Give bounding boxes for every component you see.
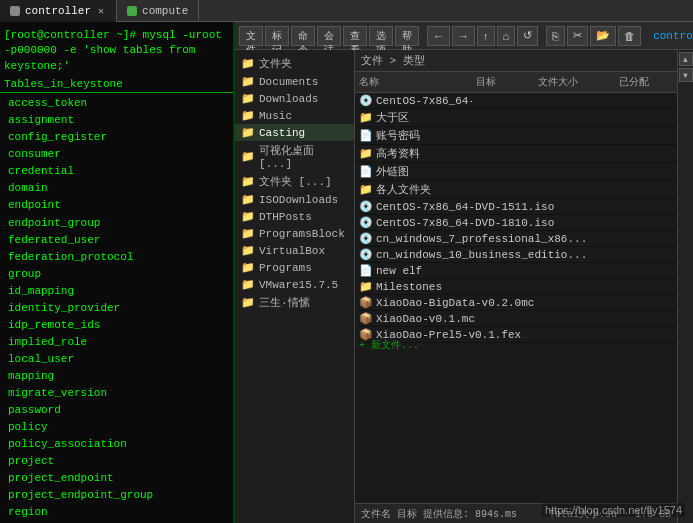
sidebar-item-4[interactable]: 📁 Casting (235, 124, 354, 141)
folder-icon-5: 📁 (241, 150, 255, 163)
tab-compute[interactable]: compute (117, 0, 199, 22)
fm-btn-session[interactable]: 会话 (317, 26, 341, 46)
fm-btn-back[interactable]: ← (427, 26, 450, 46)
table-item-3: consumer (4, 146, 229, 163)
file-icon-8: 💿 (359, 232, 373, 245)
sidebar-label-7: ISODownloads (259, 194, 338, 206)
file-row-5[interactable]: 📁各人文件夹 (355, 181, 677, 199)
tab-controller-close[interactable]: ✕ (96, 5, 106, 17)
file-row-4[interactable]: 📄外链图 (355, 163, 677, 181)
table-item-17: migrate_version (4, 385, 229, 402)
table-item-24: region (4, 504, 229, 521)
table-item-7: endpoint_group (4, 215, 229, 232)
fm-btn-copy[interactable]: ⎘ (546, 26, 565, 46)
file-name-5: 📁各人文件夹 (355, 182, 677, 197)
table-item-4: credential (4, 163, 229, 180)
col-header-size: 目标 (472, 74, 534, 90)
right-panel-label: controller (653, 30, 693, 42)
status-left: 文件名 目标 提供信息: 894s.ms (361, 507, 517, 521)
table-item-13: idp_remote_ids (4, 317, 229, 334)
strip-btn-2[interactable]: ▼ (679, 68, 693, 82)
sidebar-label-0: 文件夹 (259, 56, 292, 71)
fm-btn-forward[interactable]: → (452, 26, 475, 46)
folder-icon-9: 📁 (241, 227, 255, 240)
sidebar-item-11[interactable]: 📁 Programs (235, 259, 354, 276)
file-icon-3: 📁 (359, 147, 373, 160)
path-label: 文件 > 类型 (361, 53, 425, 68)
fm-btn-cut[interactable]: ✂ (567, 26, 588, 46)
file-row-1[interactable]: 📁大于区 (355, 109, 677, 127)
table-list: access_tokenassignmentconfig_registercon… (0, 95, 233, 523)
file-row-11[interactable]: 📁Milestones (355, 279, 677, 295)
file-row-6[interactable]: 💿CentOS-7x86_64-DVD-1511.iso (355, 199, 677, 215)
sidebar-item-6[interactable]: 📁 文件夹 [...] (235, 172, 354, 191)
tab-controller-label: controller (25, 5, 91, 17)
file-icon-13: 📦 (359, 312, 373, 325)
file-icon-6: 💿 (359, 200, 373, 213)
file-name-13: 📦XiaoDao-v0.1.mc (355, 312, 677, 325)
table-item-5: domain (4, 180, 229, 197)
sidebar-item-0[interactable]: 📁 文件夹 (235, 54, 354, 73)
fm-btn-up[interactable]: ↑ (477, 26, 495, 46)
sidebar-item-7[interactable]: 📁 ISODownloads (235, 191, 354, 208)
file-icon-4: 📄 (359, 165, 373, 178)
fm-sidebar: 📁 文件夹 📁 Documents 📁 Downloads 📁 Music 📁 (235, 50, 355, 523)
sidebar-item-1[interactable]: 📁 Documents (235, 73, 354, 90)
file-row-10[interactable]: 📄new elf (355, 263, 677, 279)
fm-toolbar: 文件 标记 命令 会话 查看 选项 帮助 ← → ↑ ⌂ ↺ ⎘ ✂ 📂 🗑 c… (235, 22, 693, 50)
sidebar-item-5[interactable]: 📁 可视化桌面 [...] (235, 141, 354, 172)
main-content: [root@controller ~]# mysql -uroot -p0000… (0, 22, 693, 523)
sidebar-item-2[interactable]: 📁 Downloads (235, 90, 354, 107)
folder-icon-8: 📁 (241, 210, 255, 223)
sidebar-item-9[interactable]: 📁 ProgramsBlock (235, 225, 354, 242)
file-row-13[interactable]: 📦XiaoDao-v0.1.mc (355, 311, 677, 327)
fm-btn-mark[interactable]: 标记 (265, 26, 289, 46)
file-name-10: 📄new elf (355, 264, 677, 277)
sidebar-label-13: 三生·情愫 (259, 295, 310, 310)
file-row-2[interactable]: 📄账号密码 (355, 127, 677, 145)
fm-btn-options[interactable]: 选项 (369, 26, 393, 46)
folder-icon-7: 📁 (241, 193, 255, 206)
table-item-6: endpoint (4, 197, 229, 214)
fm-btn-cmd[interactable]: 命令 (291, 26, 315, 46)
file-name-2: 📄账号密码 (355, 128, 677, 143)
table-item-10: group (4, 266, 229, 283)
sidebar-label-4: Casting (259, 127, 305, 139)
table-item-16: mapping (4, 368, 229, 385)
sidebar-item-13[interactable]: 📁 三生·情愫 (235, 293, 354, 312)
fm-btn-open[interactable]: 📂 (590, 26, 616, 46)
table-item-18: password (4, 402, 229, 419)
file-name-9: 💿cn_windows_10_business_editio... (355, 248, 677, 261)
sidebar-item-10[interactable]: 📁 VirtualBox (235, 242, 354, 259)
fm-file-area: 文件 > 类型 名称 目标 文件大小 已分配 💿CentOS-7x86_64-D… (355, 50, 677, 523)
col-header-date: 文件大小 (534, 74, 615, 90)
fm-btn-home[interactable]: ⌂ (497, 26, 516, 46)
fm-btn-help[interactable]: 帮助 (395, 26, 419, 46)
folder-icon-2: 📁 (241, 92, 255, 105)
strip-btn-1[interactable]: ▲ (679, 52, 693, 66)
sidebar-label-1: Documents (259, 76, 318, 88)
tab-controller[interactable]: controller ✕ (0, 0, 117, 22)
file-row-0[interactable]: 💿CentOS-7x86_64-DVD-1511.iso (355, 93, 677, 109)
table-item-21: project (4, 453, 229, 470)
file-row-9[interactable]: 💿cn_windows_10_business_editio... (355, 247, 677, 263)
sidebar-label-6: 文件夹 [...] (259, 174, 332, 189)
fm-btn-file[interactable]: 文件 (239, 26, 263, 46)
file-row-12[interactable]: 📦XiaoDao-BigData-v0.2.0mc (355, 295, 677, 311)
file-row-7[interactable]: 💿CentOS-7x86_64-DVD-1810.iso (355, 215, 677, 231)
table-item-12: identity_provider (4, 300, 229, 317)
fm-btn-refresh[interactable]: ↺ (517, 26, 538, 46)
file-name-8: 💿cn_windows_7_professional_x86... (355, 232, 677, 245)
col-header-name: 名称 (355, 74, 472, 90)
fm-btn-delete[interactable]: 🗑 (618, 26, 641, 46)
tab-compute-label: compute (142, 5, 188, 17)
sidebar-item-8[interactable]: 📁 DTHPosts (235, 208, 354, 225)
right-panel: 文件 标记 命令 会话 查看 选项 帮助 ← → ↑ ⌂ ↺ ⎘ ✂ 📂 🗑 c… (235, 22, 693, 523)
table-item-9: federation_protocol (4, 249, 229, 266)
file-row-3[interactable]: 📁高考资料 (355, 145, 677, 163)
file-row-8[interactable]: 💿cn_windows_7_professional_x86... (355, 231, 677, 247)
fm-btn-view[interactable]: 查看 (343, 26, 367, 46)
sidebar-item-3[interactable]: 📁 Music (235, 107, 354, 124)
sidebar-item-12[interactable]: 📁 VMware15.7.5 (235, 276, 354, 293)
file-name-7: 💿CentOS-7x86_64-DVD-1810.iso (355, 216, 677, 229)
